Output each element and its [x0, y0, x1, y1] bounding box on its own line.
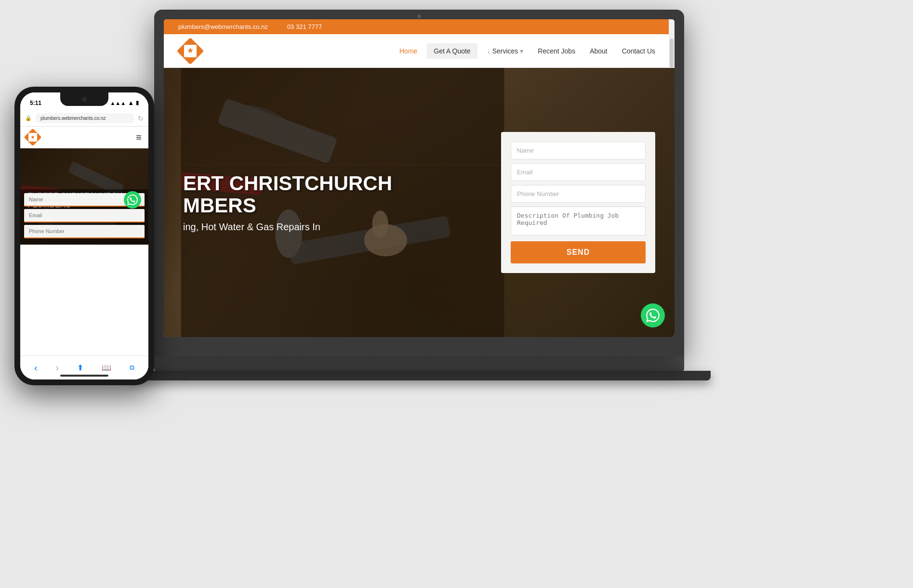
top-bar: plumbers@webmerchants.co.nz 03 321 7777 — [164, 19, 675, 34]
form-phone-input[interactable] — [511, 185, 646, 203]
laptop-bottom — [128, 371, 711, 380]
hero-section: ERT CHRISTCHURCH MBERS ing, Hot Water & … — [164, 68, 675, 337]
whatsapp-icon — [646, 309, 660, 322]
signal-icon: ▲▲▲ — [110, 100, 126, 106]
phone-nav-bar: ≡ — [20, 127, 148, 148]
phone-notch — [60, 92, 108, 106]
phone-whatsapp-icon — [127, 195, 138, 205]
scrollbar-thumb[interactable] — [670, 39, 674, 67]
logo-icon — [186, 47, 195, 55]
phone-logo-icon — [30, 134, 36, 140]
phone-share-button[interactable]: ⬆ — [77, 363, 83, 372]
phone-lock-icon: 🔒 — [25, 115, 32, 121]
phone-time: 5:11 — [30, 100, 41, 106]
laptop-screen: plumbers@webmerchants.co.nz 03 321 7777 — [164, 19, 675, 337]
quote-form: SEND — [501, 132, 655, 273]
nav-services[interactable]: ↓ Services ▾ — [482, 44, 529, 58]
hero-title: ERT CHRISTCHURCH MBERS — [183, 172, 501, 217]
phone-status-icons: ▲▲▲ ▲ ▮ — [110, 99, 139, 106]
nav-contact[interactable]: Contact Us — [617, 44, 660, 58]
top-bar-phone[interactable]: 03 321 7777 — [287, 23, 322, 30]
phone-menu-button[interactable]: ≡ — [134, 130, 144, 145]
form-description-textarea[interactable] — [511, 207, 646, 235]
laptop-camera — [417, 14, 421, 18]
wifi-icon: ▲ — [128, 99, 134, 106]
phone-camera — [82, 97, 87, 102]
nav-links: Home Get A Quote ↓ Services ▾ Recent Job… — [395, 43, 660, 59]
phone-browser-bar: 🔒 plumbers.webmerchants.co.nz ↻ — [20, 110, 148, 127]
phone-back-button[interactable]: ‹ — [34, 362, 38, 373]
phone-logo[interactable] — [25, 130, 40, 145]
phone-device: 5:11 ▲▲▲ ▲ ▮ 🔒 plumbers.webmerchants.co.… — [14, 87, 154, 385]
phone-whatsapp-button[interactable] — [124, 191, 141, 209]
phone-screen: 5:11 ▲▲▲ ▲ ▮ 🔒 plumbers.webmerchants.co.… — [20, 92, 148, 379]
phone-home-indicator — [60, 375, 108, 377]
phone-form-phone[interactable] — [24, 225, 145, 238]
hero-text: ERT CHRISTCHURCH MBERS ing, Hot Water & … — [183, 172, 501, 233]
phone-url-text: plumbers.webmerchants.co.nz — [40, 116, 106, 121]
phone-tabs-button[interactable]: ⧉ — [130, 364, 134, 372]
laptop-device: plumbers@webmerchants.co.nz 03 321 7777 — [154, 10, 684, 385]
hero-subtitle: ing, Hot Water & Gas Repairs In — [183, 222, 501, 233]
arrow-down-icon: ↓ — [487, 47, 490, 55]
nav-about[interactable]: About — [585, 44, 612, 58]
phone-refresh-icon[interactable]: ↻ — [138, 115, 144, 122]
phone-hero: EXPERT CHRISTCHURCH PLUMBERS Plumbing, H… — [20, 148, 148, 245]
whatsapp-button[interactable] — [641, 303, 665, 327]
nav-home[interactable]: Home — [395, 44, 422, 58]
hero-content: ERT CHRISTCHURCH MBERS ing, Hot Water & … — [164, 68, 675, 337]
nav-bar: Home Get A Quote ↓ Services ▾ Recent Job… — [164, 34, 675, 68]
phone-form-email[interactable] — [24, 209, 145, 222]
nav-quote[interactable]: Get A Quote — [427, 43, 477, 59]
logo[interactable] — [178, 39, 202, 63]
laptop-base — [154, 356, 684, 371]
form-submit-button[interactable]: SEND — [511, 241, 646, 263]
phone-forward-button[interactable]: › — [56, 362, 59, 373]
nav-recent-jobs[interactable]: Recent Jobs — [533, 44, 580, 58]
top-bar-email[interactable]: plumbers@webmerchants.co.nz — [178, 23, 268, 30]
battery-icon: ▮ — [136, 100, 139, 106]
chevron-down-icon: ▾ — [520, 47, 523, 55]
website-content: plumbers@webmerchants.co.nz 03 321 7777 — [164, 19, 675, 337]
form-email-input[interactable] — [511, 163, 646, 181]
phone-bookmarks-button[interactable]: 📖 — [102, 363, 111, 372]
form-name-input[interactable] — [511, 142, 646, 159]
phone-url-bar[interactable]: plumbers.webmerchants.co.nz — [36, 113, 134, 123]
